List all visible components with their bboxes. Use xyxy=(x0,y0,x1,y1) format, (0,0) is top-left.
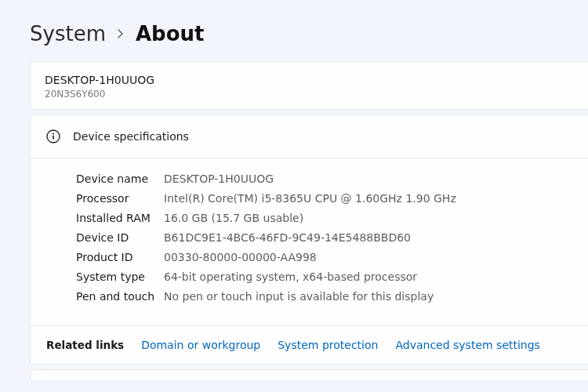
specs-body: Device name DESKTOP-1H0UUOG Processor In… xyxy=(31,158,588,325)
spec-value: Intel(R) Core(TM) i5-8365U CPU @ 1.60GHz… xyxy=(164,192,456,205)
spec-value: 16.0 GB (15.7 GB usable) xyxy=(164,212,303,224)
spec-value: 64-bit operating system, x64-based proce… xyxy=(164,270,417,283)
spec-label: Device name xyxy=(76,172,164,185)
device-specifications-card[interactable]: Device specifications Device name DESKTO… xyxy=(30,114,588,365)
spec-label: Installed RAM xyxy=(76,212,164,224)
spec-label: Device ID xyxy=(76,231,164,244)
link-advanced-system-settings[interactable]: Advanced system settings xyxy=(395,339,540,351)
related-links-label: Related links xyxy=(46,339,124,351)
page-title: About xyxy=(136,22,205,45)
spec-value: DESKTOP-1H0UUOG xyxy=(164,172,274,185)
spec-value: 00330-80000-00000-AA998 xyxy=(164,251,317,263)
link-domain-or-workgroup[interactable]: Domain or workgroup xyxy=(141,339,260,351)
breadcrumb-parent[interactable]: System xyxy=(30,22,106,45)
spec-row: Processor Intel(R) Core(TM) i5-8365U CPU… xyxy=(76,192,572,205)
svg-point-1 xyxy=(53,133,54,135)
spec-row: Pen and touch No pen or touch input is a… xyxy=(76,290,572,303)
spec-label: Product ID xyxy=(76,251,164,263)
link-system-protection[interactable]: System protection xyxy=(278,339,378,351)
device-model-value: 20N3S6Y600 xyxy=(45,89,574,100)
spec-row: System type 64-bit operating system, x64… xyxy=(76,270,572,283)
spec-row: Installed RAM 16.0 GB (15.7 GB usable) xyxy=(76,212,572,224)
spec-label: Pen and touch xyxy=(76,290,164,303)
device-name-card: DESKTOP-1H0UUOG 20N3S6Y600 xyxy=(30,61,588,110)
spec-row: Device name DESKTOP-1H0UUOG xyxy=(76,172,572,185)
device-name-value: DESKTOP-1H0UUOG xyxy=(45,73,574,87)
next-card-stub xyxy=(30,369,588,380)
spec-row: Product ID 00330-80000-00000-AA998 xyxy=(76,251,572,263)
breadcrumb: System About xyxy=(30,22,588,45)
spec-label: Processor xyxy=(76,192,164,205)
spec-value: B61DC9E1-4BC6-46FD-9C49-14E5488BBD60 xyxy=(164,231,411,244)
spec-label: System type xyxy=(76,270,164,283)
svg-rect-2 xyxy=(53,136,54,140)
specs-title: Device specifications xyxy=(73,130,189,143)
spec-value: No pen or touch input is available for t… xyxy=(164,290,434,303)
related-links: Related links Domain or workgroup System… xyxy=(31,325,588,364)
chevron-right-icon xyxy=(117,26,125,42)
info-icon xyxy=(46,129,60,143)
spec-row: Device ID B61DC9E1-4BC6-46FD-9C49-14E548… xyxy=(76,231,572,244)
specs-header[interactable]: Device specifications xyxy=(31,115,588,158)
